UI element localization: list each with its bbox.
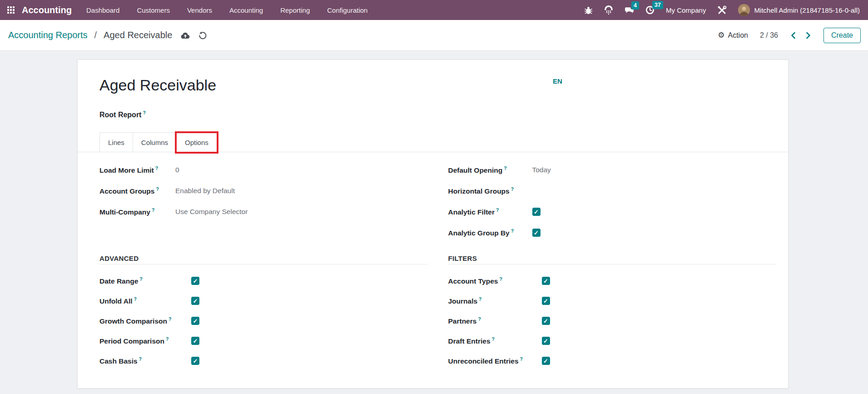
dialpad-phone-icon-svg	[604, 5, 613, 15]
cash-basis-checkbox[interactable]	[191, 357, 199, 365]
field-horizontal-groups: Horizontal Groups?	[448, 180, 777, 201]
right-fields: Default Opening? Today Horizontal Groups…	[448, 160, 777, 250]
field-label-text: Period Comparison	[99, 337, 164, 345]
activities-badge: 37	[652, 1, 663, 9]
analytic-filter-checkbox[interactable]	[532, 208, 541, 216]
tab-options[interactable]: Options	[176, 132, 217, 152]
help-icon: ?	[152, 207, 154, 213]
section-divider	[448, 264, 777, 264]
create-button[interactable]: Create	[823, 28, 861, 43]
field-unfold-all: Unfold All?	[99, 291, 428, 311]
field-label-text: Partners	[448, 317, 477, 325]
help-icon: ?	[496, 207, 499, 213]
date-range-checkbox[interactable]	[191, 277, 199, 285]
field-label: Unreconciled Entries?	[448, 356, 542, 365]
field-value[interactable]: 0	[175, 166, 179, 174]
field-journals: Journals?	[448, 291, 777, 311]
section-title: ADVANCED	[99, 250, 428, 264]
analytic-group-by-checkbox[interactable]	[532, 229, 541, 237]
messages-icon[interactable]: 4	[625, 6, 634, 15]
section-divider	[99, 264, 428, 264]
page-title: Aged Receivable	[99, 76, 216, 94]
tools-icon-svg	[717, 5, 727, 15]
help-icon: ?	[169, 316, 171, 322]
field-label: Growth Comparison?	[99, 316, 191, 325]
chevron-left-icon-svg	[790, 31, 797, 40]
menu-configuration[interactable]: Configuration	[327, 6, 367, 14]
field-value[interactable]: Use Company Selector	[175, 208, 248, 216]
journals-checkbox[interactable]	[542, 297, 550, 305]
cloud-save-icon-svg	[181, 32, 190, 39]
unfold-all-checkbox[interactable]	[191, 297, 199, 305]
help-icon: ?	[511, 186, 514, 192]
breadcrumb-parent[interactable]: Accounting Reports	[8, 30, 88, 40]
dialpad-phone-icon[interactable]	[604, 5, 613, 15]
field-label: Load More Limit?	[99, 165, 175, 175]
growth-comparison-checkbox[interactable]	[191, 317, 199, 325]
help-icon: ?	[479, 296, 481, 302]
field-growth-comparison: Growth Comparison?	[99, 311, 428, 331]
tools-icon[interactable]	[717, 5, 727, 15]
account-types-checkbox[interactable]	[542, 277, 550, 285]
field-value[interactable]: Enabled by Default	[175, 187, 235, 195]
help-icon: ?	[166, 336, 169, 342]
menu-reporting[interactable]: Reporting	[280, 6, 310, 14]
cloud-save-icon[interactable]	[181, 32, 190, 39]
field-analytic-group-by: Analytic Group By?	[448, 222, 777, 243]
refresh-icon[interactable]	[198, 31, 207, 40]
chevron-left-icon[interactable]	[790, 31, 797, 40]
apps-grid-icon-svg	[7, 6, 15, 14]
tab-columns[interactable]: Columns	[133, 132, 177, 152]
field-label: Account Types?	[448, 276, 542, 285]
partners-checkbox[interactable]	[542, 317, 550, 325]
field-label-text: Unfold All	[99, 297, 133, 305]
field-label-text: Horizontal Groups	[448, 187, 510, 195]
control-panel-right: ⚙ Action 2 / 36 Create	[718, 28, 861, 43]
field-cash-basis: Cash Basis?	[99, 351, 428, 371]
field-period-comparison: Period Comparison?	[99, 331, 428, 351]
action-menu-button[interactable]: ⚙ Action	[718, 31, 748, 40]
messages-badge: 4	[631, 1, 639, 10]
user-menu[interactable]: Mitchell Admin (21847185-16-0-all)	[738, 4, 860, 16]
chevron-right-icon[interactable]	[804, 31, 812, 40]
help-icon: ?	[139, 276, 142, 282]
field-account-groups: Account Groups? Enabled by Default	[99, 180, 428, 201]
app-name[interactable]: Accounting	[22, 5, 72, 15]
pager[interactable]: 2 / 36	[760, 31, 778, 40]
menu-dashboard[interactable]: Dashboard	[86, 6, 119, 14]
field-label: Journals?	[448, 296, 542, 305]
menu-accounting[interactable]: Accounting	[229, 6, 263, 14]
top-menu: Dashboard Customers Vendors Accounting R…	[86, 6, 367, 14]
tab-lines[interactable]: Lines	[99, 132, 133, 152]
field-label-text: Analytic Group By	[448, 229, 510, 237]
help-icon: ?	[520, 356, 523, 362]
help-icon: ?	[492, 336, 495, 342]
field-label-text: Date Range	[99, 277, 138, 285]
section-advanced: ADVANCED Date Range? Unfold All? Growth …	[99, 250, 428, 371]
field-label-text: Cash Basis	[99, 357, 138, 365]
left-column: Load More Limit? 0 Account Groups? Enabl…	[99, 160, 428, 371]
tab-options-label: Options	[185, 139, 208, 146]
draft-entries-checkbox[interactable]	[542, 337, 550, 345]
refresh-icon-svg	[198, 31, 207, 40]
field-label-text: Draft Entries	[448, 337, 491, 345]
menu-vendors[interactable]: Vendors	[187, 6, 212, 14]
help-icon: ?	[134, 296, 137, 302]
bug-icon[interactable]	[584, 6, 593, 15]
period-comparison-checkbox[interactable]	[191, 337, 199, 345]
bug-icon-svg	[584, 6, 593, 15]
field-multi-company: Multi-Company? Use Company Selector	[99, 201, 428, 222]
field-label: Analytic Group By?	[448, 228, 532, 237]
field-label: Draft Entries?	[448, 336, 542, 345]
language-button[interactable]: EN	[553, 77, 562, 85]
company-switcher[interactable]: My Company	[666, 6, 706, 14]
apps-grid-icon[interactable]	[0, 6, 22, 14]
field-label: Multi-Company?	[99, 207, 175, 216]
unreconciled-entries-checkbox[interactable]	[542, 357, 550, 365]
gear-icon: ⚙	[718, 31, 724, 39]
field-value[interactable]: Today	[532, 166, 551, 174]
activities-clock-icon[interactable]: 37	[645, 5, 655, 15]
help-icon: ?	[511, 228, 514, 234]
breadcrumb-separator: /	[94, 30, 97, 40]
menu-customers[interactable]: Customers	[137, 6, 170, 14]
